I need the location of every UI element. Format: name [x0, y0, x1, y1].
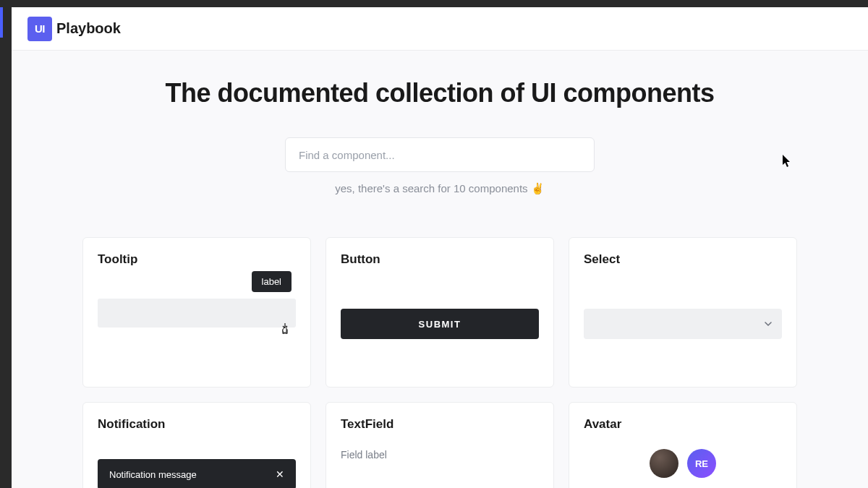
avatar-initials: RE: [687, 449, 716, 478]
card-title: Button: [341, 252, 539, 267]
card-tooltip[interactable]: Tooltip label: [82, 237, 311, 388]
close-icon[interactable]: ✕: [276, 468, 284, 480]
select-demo: [584, 309, 782, 339]
chevron-down-icon: [765, 317, 772, 330]
component-grid: Tooltip label Button: [12, 237, 868, 488]
notification-message: Notification message: [109, 469, 197, 480]
card-textfield[interactable]: TextField Field label: [326, 402, 554, 488]
textfield-demo: Field label: [341, 449, 539, 461]
notification-box: Notification message ✕: [98, 459, 296, 488]
card-button[interactable]: Button SUBMIT: [326, 237, 554, 388]
notification-demo: Notification message ✕: [98, 459, 296, 488]
page-title: The documented collection of UI componen…: [12, 78, 868, 108]
card-title: Notification: [98, 417, 296, 432]
logo[interactable]: UI Playbook: [27, 17, 121, 41]
main: The documented collection of UI componen…: [12, 51, 868, 488]
left-sidebar-highlight: [0, 7, 3, 38]
avatar-image: [650, 449, 678, 478]
card-title: TextField: [341, 417, 539, 432]
card-title: Select: [584, 252, 782, 267]
submit-button[interactable]: SUBMIT: [341, 309, 539, 339]
search-input[interactable]: [285, 137, 595, 172]
pointer-cursor-icon: [280, 322, 290, 336]
search-hint: yes, there's a search for 10 components …: [12, 182, 868, 195]
tooltip-label: label: [252, 271, 292, 292]
header: UI Playbook: [12, 7, 868, 51]
select-box[interactable]: [584, 309, 782, 339]
tooltip-demo: label: [98, 299, 296, 328]
card-title: Tooltip: [98, 252, 296, 267]
browser-chrome: [0, 0, 868, 7]
logo-text: Playbook: [56, 20, 121, 37]
search-wrap: [12, 137, 868, 172]
card-select[interactable]: Select: [569, 237, 797, 388]
tooltip-target: [98, 299, 296, 328]
button-demo: SUBMIT: [341, 309, 539, 339]
card-title: Avatar: [584, 417, 782, 432]
page-content: UI Playbook The documented collection of…: [12, 7, 868, 488]
left-sidebar-edge: [0, 7, 12, 488]
card-avatar[interactable]: Avatar RE: [569, 402, 797, 488]
avatar-demo: RE: [584, 449, 782, 478]
card-notification[interactable]: Notification Notification message ✕: [82, 402, 311, 488]
field-label: Field label: [341, 449, 539, 461]
logo-badge: UI: [27, 17, 52, 41]
